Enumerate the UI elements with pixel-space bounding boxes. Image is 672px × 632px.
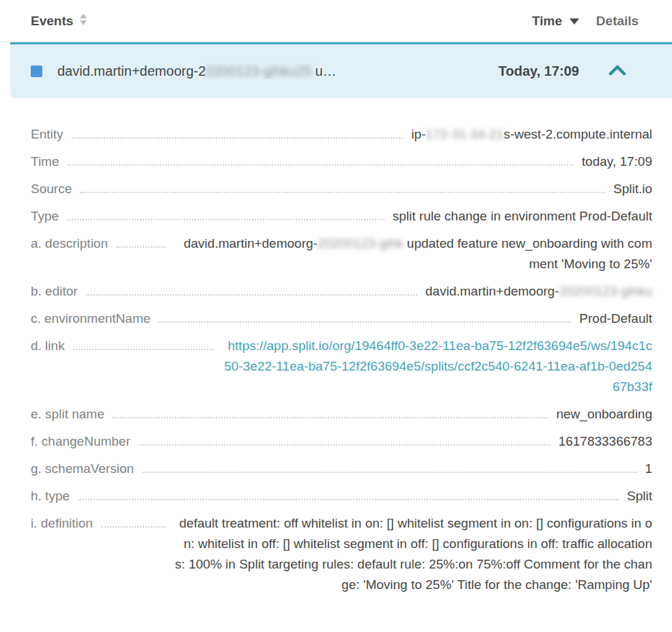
dotted-leader — [116, 233, 166, 248]
collapse-event-button[interactable] — [579, 64, 656, 78]
detail-label: f. changeNumber — [31, 431, 130, 452]
dotted-leader — [113, 404, 548, 418]
detail-value-text: Prod-Default — [579, 311, 652, 326]
detail-value-text: david.martin+demoorg- — [425, 284, 559, 298]
dotted-leader — [158, 308, 571, 323]
dotted-leader — [73, 336, 214, 350]
detail-value-text: ip- — [411, 127, 425, 141]
detail-label: b. editor — [31, 281, 78, 302]
dotted-leader — [86, 281, 417, 296]
detail-value: ip-172-31-34-21s-west-2.compute.internal — [411, 124, 652, 145]
dotted-leader — [80, 179, 605, 193]
details-column-label: Details — [596, 14, 639, 28]
event-title-prefix: david.martin+demoorg-2 — [57, 63, 206, 78]
event-title-suffix: u… — [311, 63, 337, 78]
detail-value-text: 1 — [645, 461, 652, 476]
detail-value-link[interactable]: https://app.split.io/org/19464ff0-3e22-1… — [222, 336, 652, 397]
events-column-label: Events — [31, 14, 73, 29]
detail-row: Type split rule change in environment Pr… — [31, 206, 652, 227]
detail-row: g. schemaVersion 1 — [31, 459, 652, 479]
detail-value-text: https://app.split.io/org/19464ff0-3e22-1… — [224, 339, 652, 394]
detail-row: Entity ip-172-31-34-21s-west-2.compute.i… — [31, 124, 652, 145]
detail-value-text: today, 17:09 — [582, 154, 652, 169]
dotted-leader — [142, 459, 636, 473]
event-marker-icon — [31, 66, 42, 77]
detail-label: a. description — [31, 233, 108, 254]
detail-value-text: s-west-2.compute.internal — [503, 127, 652, 141]
detail-value-text: default treatment: off whitelist in on: … — [175, 516, 652, 592]
detail-value: Prod-Default — [579, 308, 652, 329]
triangle-down-icon — [570, 18, 579, 25]
detail-value-text: new_onboarding — [556, 407, 652, 421]
detail-value: today, 17:09 — [582, 152, 652, 172]
detail-row: c. environmentName Prod-Default — [31, 308, 652, 329]
detail-value: new_onboarding — [556, 404, 652, 425]
event-title: david.martin+demoorg-20200123-gihku25 u… — [57, 63, 477, 79]
detail-value-text: 1617833366783 — [559, 434, 652, 448]
detail-row: Time today, 17:09 — [31, 152, 652, 172]
detail-row: h. type Split — [31, 486, 652, 506]
detail-value: david.martin+demoorg-20200123-gihku — [425, 281, 652, 302]
detail-value-text: updated feature new_onboarding with comm… — [404, 236, 652, 271]
sort-arrows-icon — [79, 13, 87, 29]
detail-value: Split.io — [613, 179, 652, 199]
detail-value: david.martin+demoorg-20200123-gihk updat… — [174, 233, 652, 274]
detail-value-text: Split.io — [613, 182, 652, 196]
detail-value: Split — [627, 486, 652, 506]
detail-value-text: david.martin+demoorg- — [184, 236, 318, 250]
dotted-leader — [72, 124, 404, 139]
detail-row: Source Split.io — [31, 179, 652, 199]
detail-label: g. schemaVersion — [31, 459, 134, 479]
dotted-leader — [101, 513, 166, 528]
detail-row: i. definition default treatment: off whi… — [31, 513, 652, 595]
dotted-leader — [139, 431, 550, 446]
detail-label: Entity — [31, 124, 64, 145]
chevron-up-icon — [608, 64, 627, 78]
column-header-time[interactable]: Time — [477, 14, 579, 29]
time-column-label: Time — [532, 14, 562, 29]
detail-label: Time — [31, 152, 59, 172]
detail-label: c. environmentName — [31, 308, 150, 329]
dotted-leader — [78, 486, 619, 500]
detail-row: e. split name new_onboarding — [31, 404, 652, 425]
detail-row: d. link https://app.split.io/org/19464ff… — [31, 336, 652, 397]
dotted-leader — [67, 206, 384, 220]
detail-label: d. link — [31, 336, 65, 356]
event-time: Today, 17:09 — [477, 63, 579, 79]
detail-value: 1617833366783 — [559, 431, 652, 452]
events-table-header: Events Time Details — [0, 0, 672, 42]
detail-row: f. changeNumber 1617833366783 — [31, 431, 652, 452]
detail-row: a. description david.martin+demoorg-2020… — [31, 233, 652, 274]
detail-label: Type — [31, 206, 59, 227]
redacted-text: 172-31-34-21 — [425, 127, 503, 141]
detail-value: 1 — [645, 459, 652, 479]
detail-value-text: split rule change in environment Prod-De… — [393, 209, 652, 223]
detail-row: b. editor david.martin+demoorg-20200123-… — [31, 281, 652, 302]
column-header-details: Details — [579, 14, 656, 29]
detail-label: e. split name — [31, 404, 104, 425]
detail-label: Source — [31, 179, 72, 199]
redacted-text: 20200123-gihku — [559, 284, 652, 298]
details-list: Entity ip-172-31-34-21s-west-2.compute.i… — [0, 98, 672, 595]
redacted-text: 0200123-gihku25 — [206, 63, 311, 78]
detail-label: h. type — [31, 486, 70, 506]
detail-value: default treatment: off whitelist in on: … — [174, 513, 652, 595]
detail-label: i. definition — [31, 513, 93, 534]
detail-value: split rule change in environment Prod-De… — [393, 206, 652, 227]
column-header-events[interactable]: Events — [31, 13, 477, 29]
detail-value-text: Split — [627, 489, 652, 503]
event-row-expanded[interactable]: david.martin+demoorg-20200123-gihku25 u…… — [10, 42, 672, 98]
dotted-leader — [68, 152, 574, 166]
redacted-text: 20200123-gihk — [318, 236, 404, 250]
